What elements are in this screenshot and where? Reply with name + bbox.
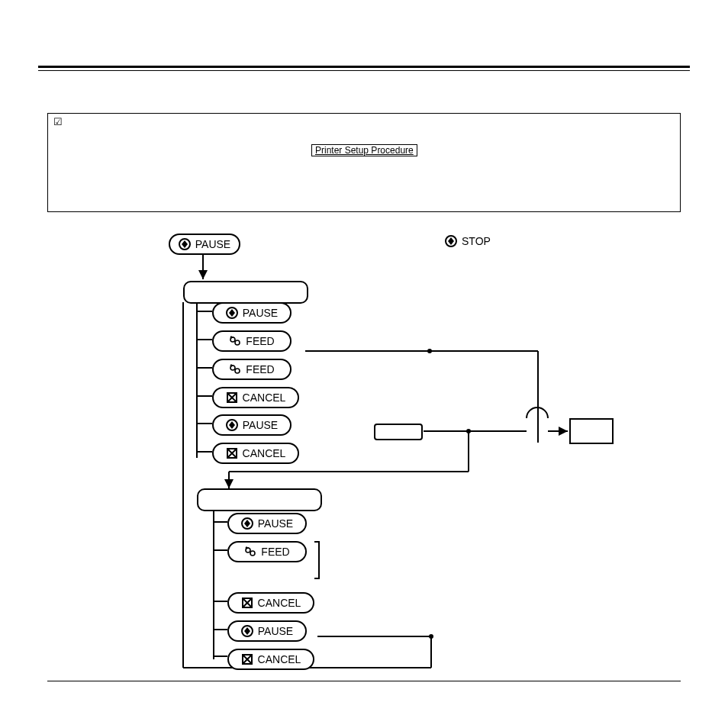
top-rule-thin: [38, 70, 690, 71]
group2-heading: [197, 488, 322, 511]
button-label: FEED: [261, 546, 289, 558]
button-label: PAUSE: [243, 307, 278, 319]
group2-feed-1[interactable]: FEED: [227, 541, 307, 562]
button-label: PAUSE: [258, 517, 293, 530]
pause-icon: [241, 517, 253, 530]
pause-icon: [241, 625, 253, 637]
group1-feed-1[interactable]: FEED: [212, 330, 292, 352]
svg-point-45: [250, 551, 255, 556]
group2-cancel-1[interactable]: CANCEL: [227, 592, 314, 614]
middle-node-left: [374, 424, 423, 440]
button-label: PAUSE: [258, 625, 293, 637]
group1-cancel-1[interactable]: CANCEL: [212, 387, 299, 408]
button-label: FEED: [246, 335, 274, 347]
group1-feed-2[interactable]: FEED: [212, 359, 292, 380]
pause-button-label: PAUSE: [195, 238, 230, 250]
group1-cancel-2[interactable]: CANCEL: [212, 443, 299, 464]
top-rule-thick: [38, 66, 690, 68]
middle-node-right: [569, 418, 614, 444]
button-label: CANCEL: [258, 597, 301, 609]
svg-point-25: [429, 634, 433, 639]
stop-icon: [445, 235, 457, 247]
feed-icon: [229, 335, 241, 347]
header-note-box: [47, 113, 681, 212]
bottom-rule: [47, 681, 681, 681]
pause-icon: [226, 419, 238, 431]
button-label: CANCEL: [258, 653, 301, 665]
svg-point-11: [466, 429, 471, 433]
cancel-icon: [226, 391, 238, 404]
button-label: CANCEL: [243, 447, 286, 459]
svg-point-35: [235, 369, 240, 373]
svg-point-33: [235, 340, 240, 345]
cancel-icon: [241, 653, 253, 665]
stop-label: STOP: [445, 235, 491, 247]
group2-pause-1[interactable]: PAUSE: [227, 513, 307, 534]
printer-setup-label: Printer Setup Procedure: [311, 144, 417, 156]
cancel-icon: [241, 597, 253, 609]
feed-icon: [229, 363, 241, 375]
group1-pause-2[interactable]: PAUSE: [212, 414, 292, 436]
connector-lines: [0, 0, 728, 728]
button-label: CANCEL: [243, 391, 286, 404]
page: ☑ Printer Setup Procedure: [0, 0, 728, 728]
pause-icon: [226, 307, 238, 319]
cancel-icon: [226, 447, 238, 459]
checkmark-icon: ☑: [53, 116, 63, 127]
group2-pause-2[interactable]: PAUSE: [227, 620, 307, 642]
group2-cancel-2[interactable]: CANCEL: [227, 649, 314, 670]
group1-heading: [183, 281, 308, 304]
feed-icon: [244, 546, 256, 558]
group1-pause-1[interactable]: PAUSE: [212, 302, 292, 324]
pause-button-top[interactable]: PAUSE: [169, 234, 240, 255]
button-label: PAUSE: [243, 419, 278, 431]
svg-point-9: [427, 349, 432, 353]
stop-text: STOP: [462, 235, 491, 247]
button-label: FEED: [246, 363, 274, 375]
pause-icon: [179, 238, 191, 250]
